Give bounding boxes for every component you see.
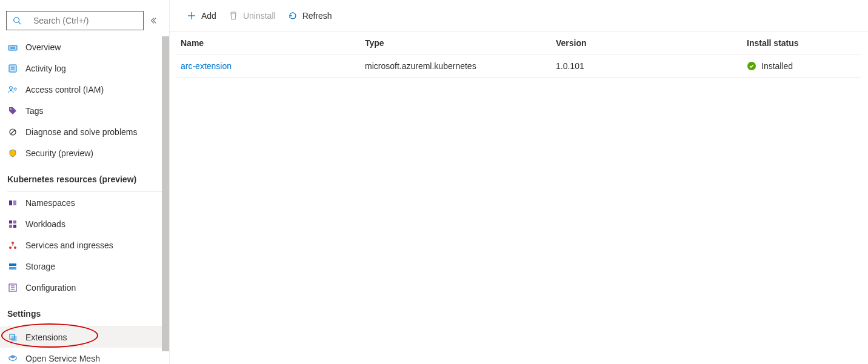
cell-version: 1.0.101 [556,61,747,71]
search-box[interactable] [6,11,144,30]
th-name[interactable]: Name [177,38,365,48]
toolbar: Add Uninstall Refresh [170,0,868,31]
add-button[interactable]: Add [182,6,221,25]
cell-status: Installed [761,61,793,71]
sidebar-item-security[interactable]: Security (preview) [0,142,169,164]
sidebar-item-label: Security (preview) [25,148,93,158]
refresh-label: Refresh [302,11,332,21]
svg-rect-16 [9,220,12,223]
sidebar-item-overview[interactable]: Overview [0,36,169,58]
sidebar-item-label: Open Service Mesh [25,354,100,363]
sidebar-item-access-control[interactable]: Access control (IAM) [0,79,169,100]
svg-point-0 [14,18,19,23]
uninstall-button: Uninstall [224,6,281,25]
sidebar-item-storage[interactable]: Storage [0,256,169,277]
configuration-icon [7,282,18,293]
sidebar-item-label: Configuration [25,283,76,293]
table-row[interactable]: arc-extension microsoft.azureml.kubernet… [177,55,861,78]
open-service-mesh-icon [7,353,18,364]
sidebar-item-label: Activity log [25,64,66,73]
section-header-settings: Settings [0,298,169,322]
main-panel: Add Uninstall Refresh Name Type Version … [170,0,868,364]
svg-rect-24 [9,267,16,270]
extension-name-link[interactable]: arc-extension [181,61,232,71]
svg-rect-30 [12,336,16,341]
collapse-sidebar-button[interactable] [144,16,163,25]
sidebar-item-tags[interactable]: Tags [0,100,169,121]
svg-rect-2 [8,45,17,50]
search-icon [12,15,22,26]
diagnose-icon [7,127,18,137]
svg-line-1 [19,22,21,25]
sidebar-item-label: Extensions [25,333,67,342]
services-icon [7,240,18,251]
svg-rect-18 [9,225,12,228]
activity-log-icon [7,63,18,74]
uninstall-label: Uninstall [243,11,276,21]
sidebar-item-label: Namespaces [25,198,75,208]
svg-rect-17 [13,220,16,223]
overview-icon [7,42,18,53]
trash-icon [229,11,238,21]
tags-icon [7,105,18,116]
th-status[interactable]: Install status [747,38,861,48]
sidebar-scrollbar[interactable] [162,36,169,364]
svg-rect-14 [9,200,12,205]
security-icon [7,148,18,159]
search-input[interactable] [30,15,138,26]
th-type[interactable]: Type [365,38,556,48]
section-header-k8s: Kubernetes resources (preview) [0,164,169,188]
refresh-icon [288,11,298,21]
access-control-icon [7,84,18,95]
storage-icon [7,261,18,272]
svg-point-12 [10,108,12,110]
sidebar-item-namespaces[interactable]: Namespaces [0,192,169,213]
svg-point-11 [14,88,16,90]
sidebar-item-diagnose[interactable]: Diagnose and solve problems [0,121,169,142]
sidebar-item-open-service-mesh[interactable]: Open Service Mesh [0,348,169,364]
sidebar-item-label: Tags [25,106,44,116]
refresh-button[interactable]: Refresh [283,6,337,25]
extensions-icon [7,332,18,343]
sidebar-item-workloads[interactable]: Workloads [0,213,169,234]
sidebar-item-label: Diagnose and solve problems [25,127,137,137]
namespaces-icon [7,197,18,208]
sidebar-item-label: Access control (IAM) [25,85,104,94]
sidebar-item-label: Services and ingresses [25,240,113,250]
add-label: Add [201,11,216,21]
svg-rect-15 [13,200,16,205]
plus-icon [187,11,196,21]
extensions-table: Name Type Version Install status arc-ext… [170,31,868,78]
workloads-icon [7,219,18,230]
scrollbar-thumb[interactable] [162,36,169,351]
sidebar-item-extensions[interactable]: Extensions [0,326,169,348]
table-header-row: Name Type Version Install status [177,31,861,55]
cell-type: microsoft.azureml.kubernetes [365,61,556,71]
svg-rect-23 [9,263,16,266]
svg-rect-19 [13,225,16,228]
sidebar-item-configuration[interactable]: Configuration [0,277,169,298]
th-version[interactable]: Version [556,38,747,48]
sidebar-item-activity-log[interactable]: Activity log [0,58,169,79]
sidebar-item-services[interactable]: Services and ingresses [0,234,169,256]
sidebar-item-label: Storage [25,262,55,271]
check-circle-icon [747,61,756,71]
sidebar-item-label: Workloads [25,219,65,229]
sidebar: OverviewActivity logAccess control (IAM)… [0,0,170,364]
svg-rect-6 [9,65,16,72]
sidebar-item-label: Overview [25,42,61,52]
svg-point-22 [12,242,14,244]
svg-point-10 [10,86,13,89]
